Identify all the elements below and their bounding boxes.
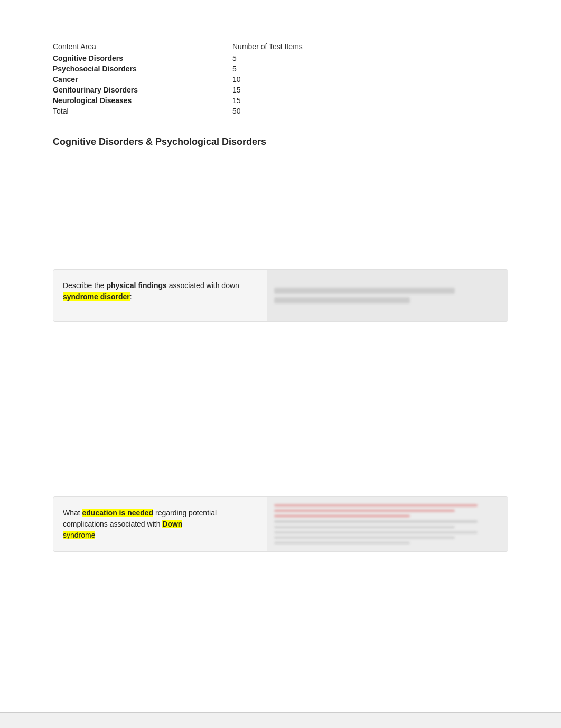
question1-suffix: : (130, 292, 132, 301)
empty-space-2 (53, 338, 508, 496)
blur-line (274, 297, 410, 303)
blur-line-red (274, 510, 455, 512)
row-count: 15 (232, 86, 241, 94)
blur-line (274, 520, 478, 522)
question2-highlight3: Down (162, 520, 182, 528)
question-text-1: Describe the physical findings associate… (53, 270, 267, 321)
row-count: 5 (232, 64, 237, 73)
blur-line-red (274, 515, 410, 517)
blur-line (274, 542, 410, 544)
question1-highlight: syndrome disorder (63, 292, 130, 301)
section-heading: Cognitive Disorders & Psychological Diso… (53, 136, 508, 148)
row-area: Genitourinary Disorders (53, 86, 232, 94)
question-card-2: What education is needed regarding poten… (53, 496, 508, 552)
table-row: Neurological Diseases 15 (53, 96, 508, 105)
question2-prefix: What (63, 509, 82, 517)
bottom-bar (0, 712, 561, 728)
table-row: Cognitive Disorders 5 (53, 54, 508, 62)
table-row: Cancer 10 (53, 75, 508, 84)
blur-line (274, 288, 455, 294)
blur-line-red (274, 504, 478, 506)
row-area: Cancer (53, 75, 232, 84)
empty-space-1 (53, 163, 508, 269)
table-row-total: Total 50 (53, 107, 508, 115)
table-header: Content Area Number of Test Items (53, 42, 508, 51)
row-count: 10 (232, 75, 241, 84)
row-count: 15 (232, 96, 241, 105)
question1-middle: associated with down (167, 281, 239, 290)
table-row: Psychosocial Disorders 5 (53, 64, 508, 73)
question-answer-2 (267, 497, 508, 551)
page-container: Content Area Number of Test Items Cognit… (0, 0, 561, 610)
question1-bold1: physical findings (106, 281, 166, 290)
col-area-header: Content Area (53, 42, 232, 51)
row-area: Total (53, 107, 232, 115)
question2-suffix-highlight: syndrome (63, 531, 95, 539)
blur-line (274, 531, 478, 533)
question-card-1: Describe the physical findings associate… (53, 269, 508, 322)
content-table: Content Area Number of Test Items Cognit… (53, 42, 508, 115)
question1-prefix: Describe the (63, 281, 106, 290)
row-area: Neurological Diseases (53, 96, 232, 105)
blurred-answer-2 (267, 497, 508, 551)
row-count: 50 (232, 107, 241, 115)
blurred-answer-1 (267, 270, 508, 321)
blur-line (274, 537, 455, 539)
question2-highlight2: education is needed (82, 509, 154, 517)
question-text-2: What education is needed regarding poten… (53, 497, 267, 551)
row-area: Psychosocial Disorders (53, 64, 232, 73)
row-count: 5 (232, 54, 237, 62)
blur-line (274, 526, 455, 528)
question-answer-1 (267, 270, 508, 321)
row-area: Cognitive Disorders (53, 54, 232, 62)
col-number-header: Number of Test Items (232, 42, 303, 51)
table-row: Genitourinary Disorders 15 (53, 86, 508, 94)
